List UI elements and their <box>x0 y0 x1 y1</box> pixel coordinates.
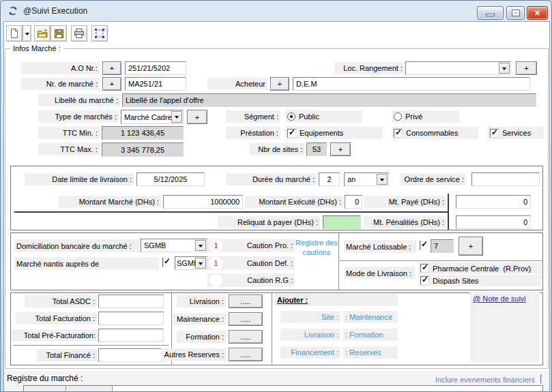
minimize-button[interactable] <box>477 6 504 20</box>
ajouter-formation-link[interactable]: : Formation <box>343 329 398 341</box>
new-document-button[interactable] <box>6 25 23 42</box>
ajouter-maintenance-link[interactable]: : Maintenance <box>343 311 398 323</box>
loc-rangement-add-button[interactable]: + <box>516 61 537 75</box>
checkbox-lotissable-checked[interactable] <box>420 241 421 250</box>
caution-pro-row: 1 Caution Pro. : <box>207 239 295 252</box>
lotissable-add-button[interactable]: + <box>459 237 483 256</box>
registre-cautions-link[interactable]: Registre des cautions <box>295 238 338 257</box>
libelle-field[interactable]: Libellé de l'appel d'offre <box>122 93 536 107</box>
caution-rg-label: Caution R.G : <box>247 276 293 284</box>
nr-marche-add-button[interactable]: + <box>102 77 121 91</box>
ordre-service-input[interactable] <box>471 172 540 186</box>
total-finance-label: Total Financé : <box>37 349 97 361</box>
lotissable-field[interactable]: 7 <box>431 239 454 253</box>
dropdown-arrow-icon[interactable] <box>171 111 182 123</box>
ao-nr-input[interactable]: 251/21/5202 <box>125 61 186 75</box>
date-limite-input[interactable]: 5/12/2025 <box>136 172 205 186</box>
checkbox-equipements-checked[interactable] <box>287 129 296 138</box>
caution-rg-row: Caution R.G : <box>207 273 295 287</box>
type-marche-add-button[interactable]: + <box>187 110 207 124</box>
mode-dispash-option[interactable]: Dispash Sites <box>418 275 542 286</box>
total-finance-input[interactable] <box>98 348 164 362</box>
montant-execute-input[interactable]: 0 <box>345 195 362 209</box>
checkbox-pharmacie-checked[interactable] <box>420 264 429 273</box>
formation-browse-button[interactable]: ..... <box>229 330 263 344</box>
select-region-button[interactable] <box>91 25 108 42</box>
reliquat-input[interactable] <box>323 215 361 229</box>
maintenance-browse-button[interactable]: ..... <box>229 312 263 326</box>
segment-public-option[interactable]: Public <box>285 110 362 123</box>
total-asdc-label: Total ASDC : <box>25 295 97 307</box>
ajouter-financement-link[interactable]: Financement : <box>280 346 340 359</box>
nantis-label: Marché nantis auprès de <box>14 257 159 270</box>
title-bar[interactable]: @Suivi Execution ✕ <box>1 1 551 21</box>
ao-nr-add-button[interactable]: + <box>102 61 121 75</box>
checkbox-consommables-checked[interactable] <box>394 129 403 138</box>
total-prefacturation-input[interactable] <box>98 329 164 342</box>
formation-label: Formation : <box>177 331 226 343</box>
open-button[interactable] <box>34 25 50 42</box>
prestation-services[interactable]: Services <box>488 127 544 139</box>
duree-input[interactable]: 2 <box>319 172 340 186</box>
divider <box>338 233 339 290</box>
duree-unit-dropdown[interactable]: an <box>344 172 389 186</box>
ttc-min-field[interactable]: 1 123 436,45 <box>102 126 184 140</box>
mt-paye-label: Mt. Payé (DHs) : <box>364 196 446 208</box>
selection-frame-icon <box>94 28 105 39</box>
nr-marche-input[interactable]: MA251/21 <box>125 77 186 91</box>
close-button[interactable]: ✕ <box>527 6 548 20</box>
ao-nr-label: A.O Nr.: <box>21 62 100 74</box>
maximize-button[interactable] <box>506 6 525 20</box>
acheteur-add-button[interactable]: + <box>270 77 289 91</box>
open-folder-icon <box>37 28 48 39</box>
domiciliation-dropdown[interactable]: SGMB <box>141 239 207 252</box>
print-button[interactable] <box>71 25 87 42</box>
acheteur-input[interactable]: D.E.M <box>293 77 530 91</box>
ajouter-reserves-link[interactable]: : Reserves <box>343 346 398 359</box>
new-dropdown-button[interactable] <box>23 25 31 42</box>
checkbox-nantis-checked[interactable] <box>162 258 164 267</box>
dropdown-arrow-icon[interactable] <box>377 174 388 185</box>
nantis-dropdown[interactable]: SGMB <box>175 256 207 270</box>
checkbox-services-checked[interactable] <box>490 129 499 138</box>
radio-public-selected[interactable] <box>287 112 295 121</box>
livraison-browse-button[interactable]: ..... <box>229 295 263 308</box>
radio-prive[interactable] <box>394 112 402 121</box>
nbr-sites-field[interactable]: 53 <box>306 142 327 156</box>
segment-label: Ségment : <box>226 110 280 123</box>
dropdown-arrow-icon[interactable] <box>499 63 510 74</box>
segment-prive-option[interactable]: Privé <box>392 110 459 123</box>
nr-marche-label: Nr. de marché : <box>21 78 100 90</box>
checkbox-dispash-checked[interactable] <box>420 276 429 285</box>
montant-marche-input[interactable]: 1000000 <box>163 195 243 209</box>
dropdown-arrow-icon[interactable] <box>195 240 206 251</box>
ajouter-site-link[interactable]: Site : <box>280 311 340 323</box>
loc-rangement-dropdown[interactable] <box>405 61 511 75</box>
livraison-label: Livraison : <box>177 295 226 307</box>
ttc-max-field[interactable]: 3 345 778,25 <box>102 142 184 157</box>
caution-def-row: 1 Caution Def. : <box>207 256 295 270</box>
registre-grid[interactable] <box>23 385 543 392</box>
divider <box>340 260 542 261</box>
type-marche-label: Type de marchés : <box>38 110 119 123</box>
caution-pro-label: Caution Pro. : <box>247 241 293 250</box>
autres-reserves-browse-button[interactable]: ..... <box>229 348 263 361</box>
ajouter-livraison-link[interactable]: Livraison : <box>280 329 340 341</box>
type-marche-dropdown[interactable]: Marché Cadre <box>121 110 184 124</box>
total-asdc-input[interactable] <box>98 295 164 308</box>
prestation-equipements[interactable]: Equipements <box>285 127 383 139</box>
dropdown-arrow-icon[interactable] <box>195 258 206 269</box>
total-facturation-input[interactable] <box>98 312 164 325</box>
nbr-sites-add-button[interactable]: + <box>330 142 351 156</box>
prestation-consommables[interactable]: Consommables <box>392 127 478 139</box>
mode-pharmacie-option[interactable]: Pharmacie Centrale (R.Prov) <box>418 262 542 274</box>
mt-paye-input[interactable]: 0 <box>456 195 531 209</box>
caution-def-badge: 1 <box>209 257 222 270</box>
printer-icon <box>74 28 85 39</box>
ttc-max-label: TTC Max. : <box>38 143 100 155</box>
checkbox-inclure-evenements[interactable] <box>540 374 542 384</box>
save-button[interactable] <box>50 25 67 42</box>
date-limite-label: Date limite de livraison : <box>25 173 134 185</box>
note-de-suivi-link[interactable]: @ Note de suivi <box>473 295 526 303</box>
mt-penalites-input[interactable]: 0 <box>456 215 531 229</box>
